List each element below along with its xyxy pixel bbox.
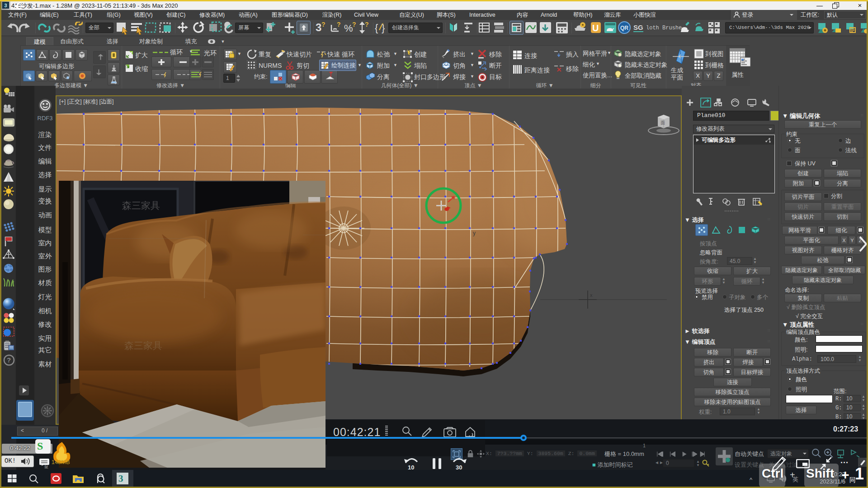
- svg-text:鼠: 鼠: [44, 465, 48, 469]
- svg-text:148MB: 148MB: [52, 459, 70, 465]
- svg-text:SG: SG: [633, 23, 643, 31]
- svg-text:x: x: [590, 292, 593, 298]
- svg-text:面: 面: [660, 120, 665, 125]
- svg-text:?: ?: [365, 21, 369, 28]
- svg-text:?: ?: [337, 21, 341, 28]
- svg-text:{: {: [375, 22, 378, 33]
- svg-text:%: %: [344, 23, 353, 34]
- svg-text:loth Brushe: loth Brushe: [646, 25, 682, 31]
- svg-text:QR: QR: [620, 25, 628, 31]
- svg-text:U: U: [592, 23, 599, 33]
- svg-text:?: ?: [321, 21, 326, 28]
- svg-text:3: 3: [316, 21, 321, 33]
- svg-text:?: ?: [352, 21, 356, 28]
- svg-text:?: ?: [7, 356, 11, 364]
